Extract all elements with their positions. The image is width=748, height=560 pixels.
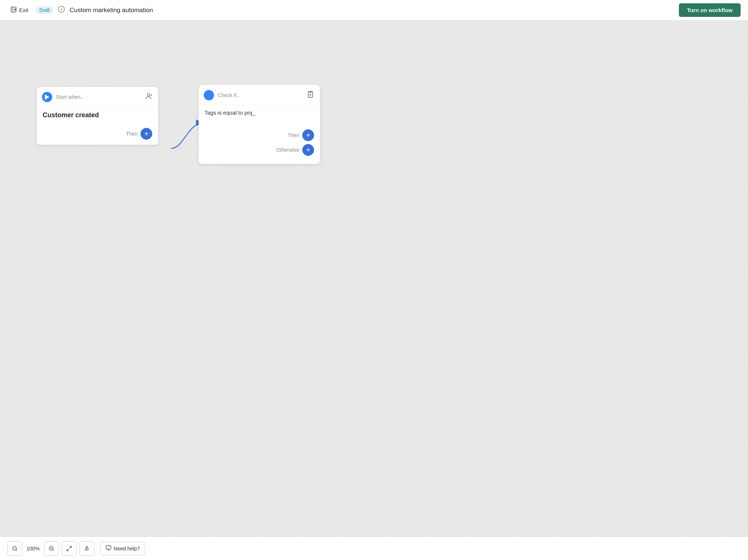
check-then-row: Then + bbox=[204, 129, 314, 141]
help-button[interactable]: Need help? bbox=[100, 542, 146, 555]
start-node-header: Start when... bbox=[37, 87, 158, 106]
start-node-main-text: Customer created bbox=[43, 111, 99, 119]
help-label: Need help? bbox=[114, 546, 140, 552]
svg-point-5 bbox=[147, 93, 150, 96]
svg-point-21 bbox=[86, 546, 87, 548]
workflow-canvas: Start when... Customer created Then + bbox=[0, 21, 748, 536]
start-node: Start when... Customer created Then + bbox=[37, 87, 158, 145]
check-node-label: Check if... bbox=[218, 92, 303, 98]
start-then-label: Then bbox=[126, 131, 138, 137]
header: Exit Draft Custom marketing automation T… bbox=[0, 0, 748, 21]
svg-rect-9 bbox=[310, 91, 311, 92]
svg-line-19 bbox=[70, 546, 71, 548]
clipboard-icon bbox=[307, 91, 314, 100]
svg-line-20 bbox=[67, 549, 69, 551]
check-otherwise-label: Otherwise bbox=[276, 147, 299, 153]
exit-icon bbox=[10, 6, 17, 14]
person-icon bbox=[145, 93, 152, 102]
svg-marker-4 bbox=[45, 94, 49, 100]
accessibility-button[interactable] bbox=[79, 541, 94, 556]
zoom-in-button[interactable] bbox=[44, 541, 59, 556]
trigger-play-icon bbox=[42, 92, 52, 102]
turn-on-workflow-button[interactable]: Turn on workflow bbox=[679, 3, 741, 17]
check-node-condition: Tags is equal to prq_ bbox=[199, 104, 320, 126]
svg-line-16 bbox=[53, 550, 54, 551]
exit-button[interactable]: Exit bbox=[7, 5, 31, 16]
svg-point-8 bbox=[206, 93, 211, 98]
check-otherwise-row: Otherwise + bbox=[204, 144, 314, 156]
fit-view-button[interactable] bbox=[62, 541, 76, 556]
zoom-out-button[interactable] bbox=[7, 541, 22, 556]
bottom-toolbar: 100% bbox=[0, 536, 748, 560]
check-otherwise-add-button[interactable]: + bbox=[302, 144, 314, 156]
check-node: Check if... Tags is equal to prq_ Then +… bbox=[199, 85, 320, 164]
check-node-header: Check if... bbox=[199, 85, 320, 104]
start-node-content: Customer created bbox=[37, 106, 158, 124]
zoom-percentage: 100% bbox=[25, 546, 41, 552]
check-node-footer: Then + Otherwise + bbox=[199, 126, 320, 164]
check-then-label: Then bbox=[288, 132, 299, 138]
status-check-icon bbox=[58, 6, 65, 15]
start-then-add-button[interactable]: + bbox=[140, 128, 152, 140]
exit-label: Exit bbox=[19, 7, 28, 13]
help-icon bbox=[106, 545, 111, 552]
start-node-label: Start when... bbox=[56, 94, 141, 100]
start-node-footer: Then + bbox=[37, 124, 158, 145]
check-then-add-button[interactable]: + bbox=[302, 129, 314, 141]
check-node-circle-icon bbox=[204, 90, 214, 100]
workflow-title: Custom marketing automation bbox=[70, 7, 674, 14]
svg-rect-22 bbox=[106, 546, 111, 549]
svg-line-13 bbox=[16, 550, 17, 551]
draft-badge: Draft bbox=[36, 6, 53, 14]
